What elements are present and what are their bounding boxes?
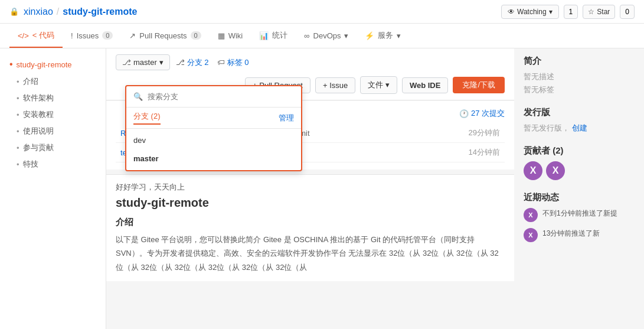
- tab-services-label: 服务: [378, 30, 393, 41]
- star-count-button[interactable]: 0: [620, 5, 635, 19]
- sidebar-item-study-git-remote[interactable]: study-git-remote: [0, 56, 106, 73]
- star-icon: ☆: [588, 8, 594, 16]
- star-button[interactable]: ☆ Star: [583, 5, 615, 19]
- branch-button[interactable]: ⎇ master ▾: [116, 54, 170, 70]
- tab-pull-requests[interactable]: ↗ Pull Requests 0: [121, 25, 209, 47]
- main-area: ⎇ master ▾ 🔍 分支 (2) 管理 dev: [106, 48, 514, 329]
- sidebar-item-architecture[interactable]: 软件架构: [0, 90, 106, 106]
- sidebar-item-intro[interactable]: 介绍: [0, 73, 106, 90]
- branch-count-link[interactable]: 分支 2: [187, 57, 209, 68]
- no-release-text: 暂无发行版，: [524, 123, 570, 132]
- intro-title: 简介: [524, 56, 635, 67]
- webide-button[interactable]: Web IDE: [402, 77, 449, 93]
- sidebar-item-label: study-git-remote: [17, 60, 72, 69]
- tab-code-label: < 代码: [32, 30, 54, 41]
- code-icon: </>: [18, 31, 29, 40]
- stats-icon: 📊: [259, 31, 269, 40]
- star-label: Star: [597, 8, 610, 16]
- recent-activity-section: 近期动态 X 不到1分钟前推送了新提 X 13分钟前推送了新: [524, 192, 635, 242]
- commit-time: 29分钟前: [383, 123, 505, 143]
- file-button[interactable]: 文件 ▾: [360, 76, 397, 94]
- no-desc: 暂无描述: [524, 71, 635, 82]
- commit-time: 14分钟前: [383, 143, 505, 162]
- tag-count: 🏷 标签 0: [217, 57, 249, 68]
- branch-tabs: 分支 (2) 管理: [126, 108, 301, 129]
- sidebar-item-install[interactable]: 安装教程: [0, 106, 106, 123]
- branch-search-row: 🔍: [126, 86, 301, 108]
- repo-motto: 好好学习，天天向上: [116, 182, 505, 193]
- activity-avatar: X: [524, 208, 538, 222]
- devops-icon: ∞: [304, 31, 309, 40]
- create-release-link[interactable]: 创建: [572, 123, 587, 132]
- repo-link[interactable]: study-git-remote: [63, 6, 137, 17]
- pr-icon: ↗: [129, 31, 136, 40]
- issues-icon: !: [71, 31, 73, 40]
- tab-issues-label: Issues: [77, 31, 99, 40]
- release-title: 发行版: [524, 107, 635, 118]
- nav-tabs: </> < 代码 ! Issues 0 ↗ Pull Requests 0 ▦ …: [0, 24, 644, 48]
- release-section: 发行版 暂无发行版， 创建: [524, 107, 635, 133]
- tab-pr-label: Pull Requests: [139, 31, 187, 40]
- readme-title: study-git-remote: [116, 196, 505, 210]
- sidebar-item-contribute[interactable]: 参与贡献: [0, 139, 106, 156]
- tab-stats-label: 统计: [272, 30, 287, 41]
- watch-button[interactable]: 👁 Watching ▾: [501, 5, 559, 19]
- branch-count: ⎇ 分支 2: [176, 57, 209, 68]
- separator: /: [57, 6, 59, 17]
- services-icon: ⚡: [365, 31, 374, 40]
- chevron-down-icon: ▾: [549, 8, 553, 16]
- tab-stats[interactable]: 📊 统计: [251, 24, 296, 48]
- tag-count-link[interactable]: 标签 0: [227, 57, 249, 68]
- search-icon: 🔍: [133, 92, 143, 101]
- activity-text: 不到1分钟前推送了新提: [542, 208, 617, 219]
- tab-code[interactable]: </> < 代码: [9, 24, 63, 48]
- branch-item-dev[interactable]: dev: [126, 131, 301, 149]
- activity-text: 13分钟前推送了新: [542, 228, 600, 239]
- tab-wiki[interactable]: ▦ Wiki: [210, 25, 251, 47]
- services-chevron: ▾: [397, 31, 401, 40]
- sidebar-item-usage[interactable]: 使用说明: [0, 123, 106, 139]
- commits-icon: 🕐: [459, 109, 469, 118]
- readme-text: 以下是 Gitee 平台说明，您可以替换此简介 Gitee 是 OSCHINA …: [116, 233, 505, 274]
- contributors-title: 贡献者 (2): [524, 145, 635, 157]
- eye-icon: 👁: [508, 8, 515, 16]
- tag-icon: 🏷: [217, 58, 225, 67]
- readme-intro-heading: 介绍: [116, 217, 505, 228]
- contributor-avatars: X X: [524, 161, 635, 180]
- sidebar-sub-label: 介绍: [23, 76, 38, 87]
- header-right: 👁 Watching ▾ 1 ☆ Star 0: [501, 5, 635, 19]
- sidebar-sub-label: 特技: [23, 159, 38, 170]
- clone-button[interactable]: 克隆/下载: [453, 77, 505, 93]
- owner-link[interactable]: xinxiao: [24, 6, 53, 17]
- branch-icon: ⎇: [122, 58, 131, 67]
- left-sidebar: study-git-remote 介绍 软件架构 安装教程 使用说明 参与贡献 …: [0, 48, 106, 329]
- right-sidebar: 简介 暂无描述 暂无标签 发行版 暂无发行版， 创建 贡献者 (2) X X 近…: [514, 48, 644, 329]
- lock-icon: 🔒: [9, 7, 19, 16]
- contributors-section: 贡献者 (2) X X: [524, 145, 635, 180]
- issue-button[interactable]: + Issue: [315, 77, 355, 93]
- commits-link[interactable]: 27 次提交: [471, 108, 505, 119]
- sidebar-item-features[interactable]: 特技: [0, 156, 106, 172]
- tab-devops[interactable]: ∞ DevOps ▾: [296, 25, 357, 47]
- tab-issues[interactable]: ! Issues 0: [63, 25, 121, 47]
- branch-item-master[interactable]: master: [126, 149, 301, 168]
- avatar[interactable]: X: [524, 161, 542, 180]
- pr-badge: 0: [191, 31, 201, 40]
- branch-search-input[interactable]: [148, 92, 294, 101]
- watch-count-button[interactable]: 1: [564, 5, 578, 19]
- branch-manage-link[interactable]: 管理: [279, 113, 294, 123]
- sidebar-sub-label: 软件架构: [23, 93, 54, 103]
- branch-meta: ⎇ 分支 2 🏷 标签 0: [176, 57, 249, 68]
- repo-title: xinxiao / study-git-remote: [24, 6, 138, 17]
- branch-dropdown: 🔍 分支 (2) 管理 dev master: [125, 85, 302, 171]
- watching-label: Watching: [517, 8, 547, 16]
- content-wrapper: study-git-remote 介绍 软件架构 安装教程 使用说明 参与贡献 …: [0, 48, 644, 329]
- sidebar-sub-label: 参与贡献: [23, 142, 54, 153]
- branch-selector-wrapper: ⎇ master ▾ 🔍 分支 (2) 管理 dev: [116, 54, 170, 70]
- avatar[interactable]: X: [546, 161, 565, 180]
- tab-services[interactable]: ⚡ 服务 ▾: [357, 24, 409, 48]
- branch-count-icon: ⎇: [176, 58, 185, 67]
- branch-name: master: [133, 58, 157, 67]
- file-label: 文件: [368, 80, 383, 89]
- branch-tab-label[interactable]: 分支 (2): [133, 111, 161, 125]
